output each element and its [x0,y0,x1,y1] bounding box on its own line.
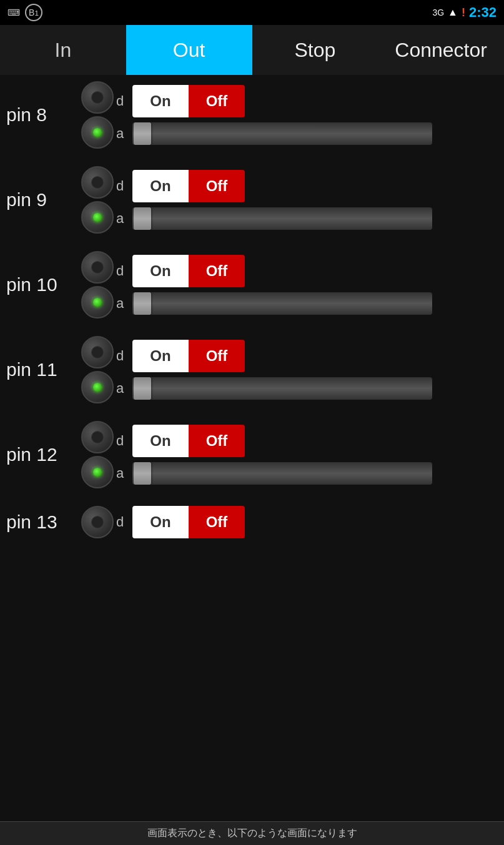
pin-13-knobs [81,506,114,538]
pin-12-label: pin 12 [6,444,81,465]
pin-11-analog-knob[interactable] [81,371,114,403]
pin-11-toggle[interactable]: On Off [132,340,245,372]
pin-9-slider-thumb [134,207,151,230]
pin-11-slider[interactable] [132,377,432,400]
pin-9-label: pin 9 [6,189,81,210]
pin-12-d-row: d On Off [116,425,498,457]
pin-12-toggle[interactable]: On Off [132,425,245,457]
pins-container: pin 8 d On Off a [0,75,504,538]
pin-8-toggle-off[interactable]: Off [189,85,245,117]
pin-9-toggle-on[interactable]: On [132,170,189,202]
tab-out[interactable]: Out [126,25,252,75]
pin-8-analog-knob[interactable] [81,116,114,149]
pin-12-toggle-off[interactable]: Off [189,425,245,457]
pin-8-d-label: d [116,93,129,109]
pin-9-main-row: pin 9 d On Off a [6,166,498,234]
pin-block-9: pin 9 d On Off a [6,166,498,234]
pin-11-a-label: a [116,380,129,397]
pin-8-d-row: d On Off [116,85,498,117]
pin-10-toggle-on[interactable]: On [132,255,189,287]
pin-10-controls: d On Off a 0 [116,255,498,315]
pin-11-digital-knob[interactable] [81,336,114,368]
pin-11-toggle-off[interactable]: Off [189,340,245,372]
pin-12-analog-knob[interactable] [81,456,114,488]
alert-icon: ! [462,6,465,19]
pin-10-a-row: a 0 [116,292,498,315]
pin-9-a-row: a 0 [116,207,498,230]
network-label: 3G [432,7,444,17]
pin-10-slider[interactable] [132,292,432,315]
pin-9-toggle[interactable]: On Off [132,170,245,202]
pin-8-main-row: pin 8 d On Off a [6,81,498,149]
pin-10-toggle[interactable]: On Off [132,255,245,287]
pin-10-slider-thumb [134,292,151,315]
pin-12-toggle-on[interactable]: On [132,425,189,457]
pin-9-toggle-off[interactable]: Off [189,170,245,202]
pin-11-controls: d On Off a 0 [116,340,498,400]
pin-12-digital-knob[interactable] [81,421,114,453]
pin-10-digital-knob[interactable] [81,251,114,284]
status-bar: ⌨ B1 3G ▲ ! 2:32 [0,0,504,25]
pin-9-controls: d On Off a 0 [116,170,498,230]
pin-8-slider-thumb [134,122,151,145]
pin-block-12: pin 12 d On Off a [6,421,498,488]
pin-8-digital-knob[interactable] [81,81,114,114]
pin-block-13: pin 13 d On Off [6,506,498,538]
pin-8-controls: d On Off a 0 [116,85,498,145]
pin-9-analog-knob[interactable] [81,201,114,234]
pin-10-label: pin 10 [6,274,81,295]
pin-13-toggle-on[interactable]: On [132,506,189,538]
pin-12-knobs [81,421,114,488]
status-bar-left: ⌨ B1 [7,4,42,21]
pin-8-knobs [81,81,114,149]
pin-10-d-label: d [116,263,129,279]
pin-12-slider-value: 0 [498,465,504,482]
tab-bar: In Out Stop Connector [0,25,504,75]
signal-icon: ▲ [448,7,458,18]
pin-13-toggle[interactable]: On Off [132,506,245,538]
pin-block-11: pin 11 d On Off a [6,336,498,403]
pin-13-digital-knob[interactable] [81,506,114,538]
pin-13-main-row: pin 13 d On Off [6,506,498,538]
pin-8-a-row: a 0 [116,122,498,145]
pin-10-slider-value: 0 [498,295,504,312]
pin-10-knobs [81,251,114,319]
pin-9-a-label: a [116,210,129,227]
pin-12-a-label: a [116,465,129,482]
pin-13-d-label: d [116,514,129,530]
pin-10-analog-knob[interactable] [81,286,114,319]
pin-11-label: pin 11 [6,359,81,380]
pin-10-toggle-off[interactable]: Off [189,255,245,287]
pin-11-toggle-on[interactable]: On [132,340,189,372]
pin-9-d-row: d On Off [116,170,498,202]
pin-8-a-label: a [116,126,129,142]
status-time: 2:32 [469,4,497,21]
keyboard-icon: ⌨ [7,7,20,17]
pin-9-d-label: d [116,178,129,194]
pin-12-main-row: pin 12 d On Off a [6,421,498,488]
b-icon: B1 [25,4,42,21]
bottom-bar: 画面表示のとき、以下のような画面になります [0,821,504,845]
pin-8-slider[interactable] [132,122,432,145]
pin-11-d-row: d On Off [116,340,498,372]
pin-11-d-label: d [116,348,129,364]
pin-block-10: pin 10 d On Off a [6,251,498,319]
pin-10-a-label: a [116,295,129,312]
status-bar-right: 3G ▲ ! 2:32 [432,4,497,21]
pin-8-toggle-on[interactable]: On [132,85,189,117]
pin-11-slider-wrapper: 0 [132,377,498,400]
tab-connector[interactable]: Connector [378,25,504,75]
pin-9-digital-knob[interactable] [81,166,114,199]
pin-12-slider-thumb [134,462,151,485]
pin-12-a-row: a 0 [116,462,498,485]
pin-12-slider[interactable] [132,462,432,485]
pin-13-toggle-off[interactable]: Off [189,506,245,538]
pin-8-toggle[interactable]: On Off [132,85,245,117]
pin-10-slider-wrapper: 0 [132,292,498,315]
pin-10-d-row: d On Off [116,255,498,287]
pin-10-main-row: pin 10 d On Off a [6,251,498,319]
pin-9-slider[interactable] [132,207,432,230]
pin-13-d-row: d On Off [116,506,498,538]
tab-stop[interactable]: Stop [252,25,378,75]
tab-in[interactable]: In [0,25,126,75]
